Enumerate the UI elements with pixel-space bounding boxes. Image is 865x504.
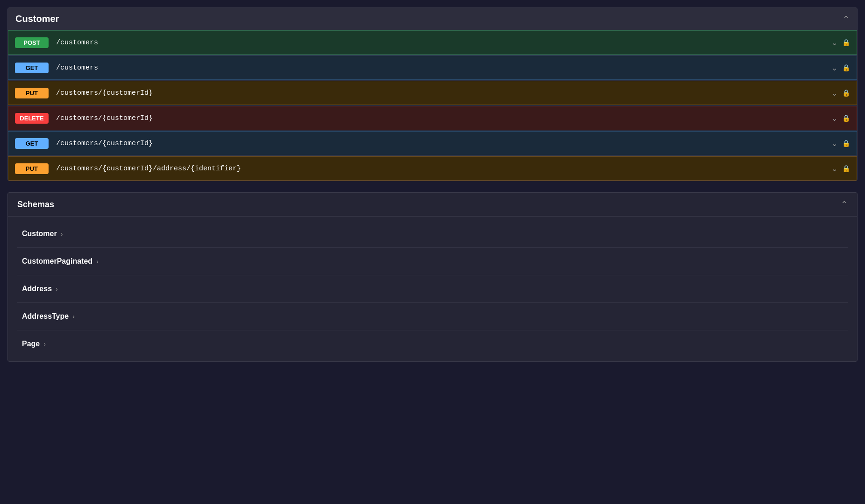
schema-name-address: Address [22, 285, 52, 293]
schema-chevron-page: › [43, 340, 46, 348]
method-badge-get-1: GET [15, 63, 49, 73]
schema-item-customer-paginated[interactable]: CustomerPaginated › [17, 248, 848, 275]
endpoint-path-1: /customers [56, 39, 831, 47]
endpoint-get-customer-id[interactable]: GET /customers/{customerId} ⌄ 🔒 [8, 131, 857, 155]
endpoint-path-6: /customers/{customerId}/address/{identif… [56, 165, 831, 173]
lock-icon-5: 🔒 [842, 140, 850, 147]
endpoint-actions-6: ⌄ 🔒 [831, 164, 850, 173]
schema-name-page: Page [22, 340, 40, 348]
endpoint-expand-2[interactable]: ⌄ [831, 63, 837, 72]
schema-item-customer[interactable]: Customer › [17, 220, 848, 248]
endpoint-expand-1[interactable]: ⌄ [831, 38, 837, 47]
schema-name-customer: Customer [22, 230, 57, 238]
lock-icon-6: 🔒 [842, 165, 850, 172]
endpoint-path-4: /customers/{customerId} [56, 114, 831, 122]
lock-icon-1: 🔒 [842, 39, 850, 46]
endpoint-expand-3[interactable]: ⌄ [831, 89, 837, 98]
lock-icon-4: 🔒 [842, 114, 850, 122]
endpoint-delete-customer-id[interactable]: DELETE /customers/{customerId} ⌄ 🔒 [8, 106, 857, 130]
endpoint-path-5: /customers/{customerId} [56, 140, 831, 147]
schema-chevron-address: › [56, 285, 58, 293]
schemas-section-title: Schemas [17, 200, 54, 210]
schema-chevron-address-type: › [72, 313, 75, 320]
endpoint-get-customers[interactable]: GET /customers ⌄ 🔒 [8, 56, 857, 80]
customer-section-header[interactable]: Customer ⌃ [8, 8, 857, 30]
schemas-body: Customer › CustomerPaginated › Address ›… [8, 217, 857, 361]
endpoint-actions-4: ⌄ 🔒 [831, 114, 850, 123]
method-badge-put-2: PUT [15, 163, 49, 174]
method-badge-get-2: GET [15, 138, 49, 149]
endpoint-put-customer-id[interactable]: PUT /customers/{customerId} ⌄ 🔒 [8, 81, 857, 105]
endpoint-put-customer-address[interactable]: PUT /customers/{customerId}/address/{ide… [8, 156, 857, 181]
method-badge-put-1: PUT [15, 88, 49, 98]
customer-section-title: Customer [15, 14, 59, 24]
lock-icon-2: 🔒 [842, 64, 850, 71]
customer-section: Customer ⌃ POST /customers ⌄ 🔒 GET /cust… [7, 7, 858, 181]
endpoint-post-customers[interactable]: POST /customers ⌄ 🔒 [8, 30, 857, 55]
schema-item-address[interactable]: Address › [17, 275, 848, 303]
endpoints-list: POST /customers ⌄ 🔒 GET /customers ⌄ 🔒 P… [8, 30, 857, 181]
endpoint-path-3: /customers/{customerId} [56, 89, 831, 97]
schemas-section-header[interactable]: Schemas ⌃ [8, 193, 857, 217]
endpoint-path-2: /customers [56, 64, 831, 72]
lock-icon-3: 🔒 [842, 89, 850, 97]
endpoint-expand-5[interactable]: ⌄ [831, 139, 837, 148]
schema-name-address-type: AddressType [22, 312, 69, 321]
endpoint-expand-6[interactable]: ⌄ [831, 164, 837, 173]
endpoint-expand-4[interactable]: ⌄ [831, 114, 837, 123]
schema-chevron-customer-paginated: › [96, 258, 99, 265]
endpoint-actions-1: ⌄ 🔒 [831, 38, 850, 47]
schema-name-customer-paginated: CustomerPaginated [22, 257, 92, 266]
endpoint-actions-2: ⌄ 🔒 [831, 63, 850, 72]
schema-item-address-type[interactable]: AddressType › [17, 303, 848, 330]
customer-collapse-icon[interactable]: ⌃ [843, 14, 850, 24]
endpoint-actions-3: ⌄ 🔒 [831, 89, 850, 98]
method-badge-delete-1: DELETE [15, 113, 49, 124]
endpoint-actions-5: ⌄ 🔒 [831, 139, 850, 148]
schema-item-page[interactable]: Page › [17, 330, 848, 357]
schema-chevron-customer: › [61, 230, 63, 238]
main-container: Customer ⌃ POST /customers ⌄ 🔒 GET /cust… [0, 0, 865, 369]
schemas-section: Schemas ⌃ Customer › CustomerPaginated ›… [7, 192, 858, 362]
schemas-collapse-icon[interactable]: ⌃ [841, 199, 848, 210]
method-badge-post-1: POST [15, 37, 49, 48]
